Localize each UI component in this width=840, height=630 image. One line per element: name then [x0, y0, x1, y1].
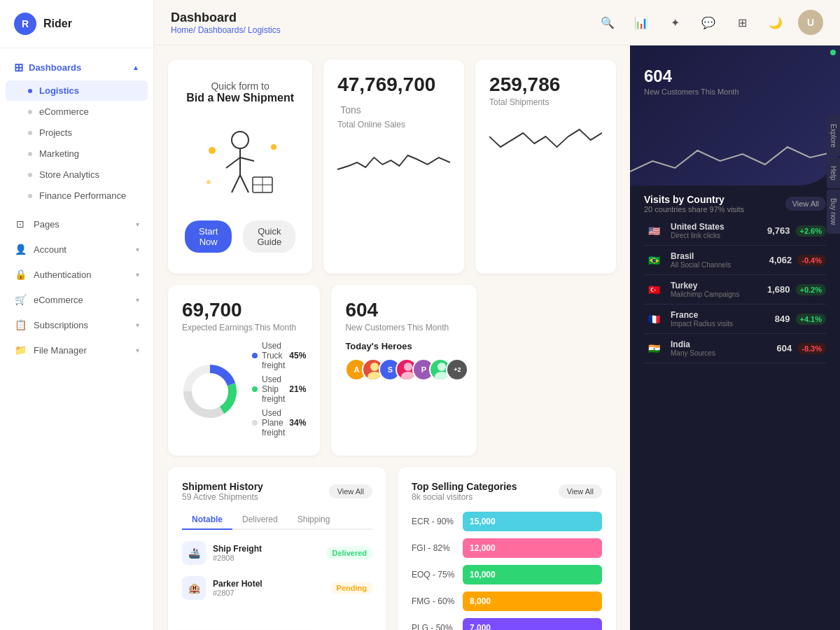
sidebar-item-file-manager[interactable]: 📁 File Manager ▾ — [0, 337, 153, 363]
tab-notable[interactable]: Notable — [182, 510, 232, 530]
in-value: 604 — [777, 343, 792, 354]
country-row-in: 🇮🇳 India Many Sources 604 -8.3% — [644, 334, 826, 363]
messages-button[interactable]: 💬 — [697, 11, 720, 34]
sidebar-item-marketing[interactable]: Marketing — [6, 144, 148, 164]
ship-freight-status: Delivered — [326, 547, 372, 559]
dot-icon — [28, 110, 32, 114]
sidebar-item-finance-performance[interactable]: Finance Performance — [6, 186, 148, 206]
chart-button[interactable]: 📊 — [630, 11, 652, 34]
plane-legend: Used Plane freight 34% — [252, 408, 306, 438]
ship-freight-name: Ship Freight — [213, 544, 262, 554]
bar-row-eoq: EOQ - 75% 10,000 — [412, 565, 602, 584]
shipment-view-all-button[interactable]: View All — [329, 484, 372, 498]
chevron-icon: ▾ — [136, 246, 139, 253]
sidebar-item-ecommerce[interactable]: eCommerce — [6, 102, 148, 122]
search-button[interactable]: 🔍 — [596, 11, 619, 34]
bars-container: ECR - 90% 15,000 FGI - 82% 12,000 — [412, 512, 602, 630]
earnings-label: Expected Earnings This Month — [182, 323, 306, 332]
chevron-icon: ▾ — [136, 321, 139, 329]
help-tab[interactable]: Help — [827, 158, 840, 189]
start-now-button[interactable]: Start Now — [185, 220, 232, 253]
total-shipments-card: 259,786 Total Shipments — [475, 59, 616, 274]
dark-customers-label: New Customers This Month — [644, 88, 826, 96]
sidebar-item-account[interactable]: 👤 Account ▾ — [0, 237, 153, 262]
in-sub: Many Sources — [671, 349, 777, 357]
top-selling-title: Top Selling Categories — [412, 481, 517, 492]
stats-grid-top: Quick form to Bid a New Shipment — [168, 59, 616, 274]
svg-line-2 — [226, 158, 240, 168]
bar-row-fmg: FMG - 60% 8,000 — [412, 592, 602, 611]
sidebar-logo[interactable]: R Rider — [0, 0, 153, 48]
sidebar-item-pages[interactable]: ⊡ Pages ▾ — [0, 211, 153, 237]
chevron-up-icon: ▲ — [132, 64, 139, 71]
shipment-row: 🏨 Parker Hotel #2807 Pending — [182, 570, 372, 606]
tab-shipping[interactable]: Shipping — [288, 510, 340, 528]
br-name: Brasil — [671, 251, 769, 261]
bar-ecr: 15,000 — [463, 512, 602, 531]
bar-row-plg: PLG - 50% 7,000 — [412, 618, 602, 630]
br-change: -0.4% — [797, 255, 826, 266]
shipment-row: 🚢 Ship Freight #2808 Delivered — [182, 536, 372, 570]
hotel-info: Parker Hotel #2807 — [213, 579, 262, 597]
sidebar-item-subscriptions[interactable]: 📋 Subscriptions ▾ — [0, 312, 153, 337]
visits-view-all-button[interactable]: View All — [785, 197, 826, 211]
account-icon: 👤 — [14, 243, 27, 255]
top-selling-header: Top Selling Categories 8k social visitor… — [412, 481, 602, 502]
plane-dot — [252, 420, 258, 426]
dot-icon — [28, 173, 32, 177]
stats-grid-second: 69,700 Expected Earnings This Month — [168, 285, 616, 456]
avatar-stack: A S P +2 — [345, 358, 463, 381]
svg-line-3 — [240, 158, 254, 161]
us-sub: Direct link clicks — [671, 232, 767, 239]
dashboard-grid: Quick form to Bid a New Shipment — [154, 46, 630, 630]
pages-icon: ⊡ — [14, 218, 27, 230]
bar-row-fgi: FGI - 82% 12,000 — [412, 538, 602, 558]
breadcrumb: Home/ Dashboards/ Logistics — [171, 25, 281, 35]
earnings-card: 69,700 Expected Earnings This Month — [168, 285, 320, 456]
chevron-icon: ▾ — [136, 296, 139, 304]
user-avatar[interactable]: U — [798, 10, 823, 35]
sidebar-item-logistics[interactable]: Logistics — [6, 80, 148, 101]
tab-delivered[interactable]: Delivered — [232, 510, 288, 528]
visits-title: Visits by Country — [644, 194, 744, 205]
sidebar-item-authentication[interactable]: 🔒 Authentication ▾ — [0, 262, 153, 287]
top-selling-title-area: Top Selling Categories 8k social visitor… — [412, 481, 517, 502]
tr-info: Turkey Mailchimp Campaigns — [671, 281, 767, 298]
us-info: United States Direct link clicks — [671, 222, 767, 239]
grid-button[interactable]: ⊞ — [731, 11, 753, 34]
settings-button[interactable]: ✦ — [664, 11, 686, 34]
freight-legend: Used Truck freight 45% Used Ship freight… — [252, 341, 306, 442]
ship-info: Ship Freight #2808 — [213, 544, 262, 562]
bar-row-ecr: ECR - 90% 15,000 — [412, 512, 602, 531]
sidebar-section-dashboards[interactable]: ⊞ Dashboards ▲ — [0, 55, 153, 80]
in-change: -8.3% — [797, 343, 826, 354]
sidebar-item-store-analytics[interactable]: Store Analytics — [6, 164, 148, 185]
customers-label: New Customers This Month — [345, 323, 463, 332]
dark-hero-area: 604 New Customers This Month — [630, 46, 840, 186]
side-tabs: Explore Help Buy now — [827, 115, 840, 234]
buy-now-tab[interactable]: Buy now — [827, 190, 840, 233]
explore-tab[interactable]: Explore — [827, 115, 840, 156]
sidebar-navigation: ⊞ Dashboards ▲ Logistics eCommerce Proje… — [0, 48, 153, 630]
top-selling-view-all-button[interactable]: View All — [559, 484, 602, 498]
shipment-history-card: Shipment History 59 Active Shipments Vie… — [168, 467, 386, 630]
svg-point-16 — [370, 363, 379, 371]
empty-cell — [488, 285, 616, 456]
quick-guide-button[interactable]: Quick Guide — [243, 220, 295, 253]
earnings-value: 69,700 — [182, 299, 306, 321]
us-change: +2.6% — [796, 225, 827, 237]
tr-value: 1,680 — [767, 284, 790, 295]
fr-flag: 🇫🇷 — [644, 312, 664, 326]
bar-eoq-label: EOQ - 75% — [412, 570, 457, 580]
ship-dot — [252, 386, 258, 392]
dark-stat-area: 604 New Customers This Month — [630, 46, 840, 117]
in-info: India Many Sources — [671, 340, 777, 357]
header-title-area: Dashboard Home/ Dashboards/ Logistics — [171, 10, 281, 35]
svg-line-4 — [232, 175, 240, 192]
ship-freight-icon: 🚢 — [182, 541, 206, 565]
sidebar-item-projects[interactable]: Projects — [6, 122, 148, 143]
breadcrumb-current: Logistics — [248, 25, 281, 35]
theme-button[interactable]: 🌙 — [764, 11, 787, 34]
right-panel-content: 604 New Customers This Month Visits by C… — [630, 46, 840, 630]
sidebar-item-ecommerce-nav[interactable]: 🛒 eCommerce ▾ — [0, 287, 153, 312]
